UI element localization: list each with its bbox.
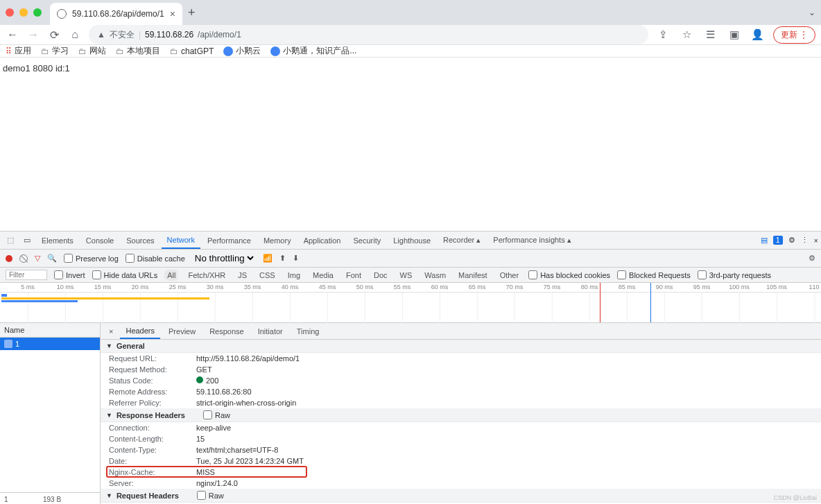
timeline-tick: 75 ms bbox=[544, 284, 561, 290]
raw-checkbox[interactable]: Raw bbox=[197, 491, 224, 500]
tab-timing[interactable]: Timing bbox=[291, 323, 325, 339]
timeline-tick: 65 ms bbox=[469, 284, 486, 290]
request-row[interactable]: 1 bbox=[0, 338, 100, 350]
close-devtools-icon[interactable]: × bbox=[814, 236, 818, 245]
share-icon[interactable]: ⇪ bbox=[655, 28, 672, 41]
forward-button[interactable]: → bbox=[26, 28, 40, 41]
export-icon[interactable]: ⬇ bbox=[293, 254, 299, 263]
back-button[interactable]: ← bbox=[6, 28, 19, 41]
general-section-header[interactable]: ▼General bbox=[101, 340, 821, 353]
clear-button[interactable] bbox=[19, 254, 28, 263]
has-blocked-cookies-checkbox[interactable]: Has blocked cookies bbox=[528, 270, 610, 279]
disable-cache-checkbox[interactable]: Disable cache bbox=[126, 254, 185, 263]
filter-input[interactable] bbox=[6, 270, 47, 280]
filter-manifest[interactable]: Manifest bbox=[456, 270, 490, 281]
tab-application[interactable]: Application bbox=[298, 232, 347, 249]
home-button[interactable]: ⌂ bbox=[68, 28, 82, 41]
panel-icon[interactable]: ▣ bbox=[726, 28, 743, 41]
update-button[interactable]: 更新 ⋮ bbox=[773, 26, 815, 44]
response-headers-section[interactable]: ▼Response HeadersRaw bbox=[101, 408, 821, 422]
tab-sources[interactable]: Sources bbox=[121, 232, 159, 249]
filter-ws[interactable]: WS bbox=[397, 270, 415, 281]
timeline-tick: 20 ms bbox=[132, 284, 149, 290]
reload-button[interactable]: ⟳ bbox=[47, 28, 61, 42]
apps-button[interactable]: ⠿应用 bbox=[6, 45, 31, 57]
blocked-requests-checkbox[interactable]: Blocked Requests bbox=[617, 270, 691, 279]
tab-preview[interactable]: Preview bbox=[163, 323, 201, 339]
tab-memory[interactable]: Memory bbox=[258, 232, 297, 249]
filter-media[interactable]: Media bbox=[310, 270, 336, 281]
name-column-header[interactable]: Name bbox=[0, 323, 100, 338]
filter-all[interactable]: All bbox=[164, 270, 178, 281]
filter-wasm[interactable]: Wasm bbox=[422, 270, 449, 281]
tab-security[interactable]: Security bbox=[347, 232, 386, 249]
tab-elements[interactable]: Elements bbox=[36, 232, 79, 249]
status-bar: 1 requests 193 B transferred bbox=[0, 492, 100, 504]
raw-checkbox[interactable]: Raw bbox=[203, 410, 230, 419]
third-party-checkbox[interactable]: 3rd-party requests bbox=[698, 270, 771, 279]
bookmark-link[interactable]: 小鹅通，知识产品... bbox=[270, 45, 356, 57]
search-icon[interactable]: 🔍 bbox=[47, 254, 57, 263]
timeline-tick: 45 ms bbox=[319, 284, 336, 290]
close-window[interactable] bbox=[6, 8, 14, 17]
hide-data-urls-checkbox[interactable]: Hide data URLs bbox=[92, 270, 158, 279]
filter-other[interactable]: Other bbox=[497, 270, 522, 281]
maximize-window[interactable] bbox=[33, 8, 42, 17]
tab-initiator[interactable]: Initiator bbox=[252, 323, 288, 339]
settings-icon[interactable]: ⚙ bbox=[788, 236, 795, 245]
filter-js[interactable]: JS bbox=[235, 270, 250, 281]
bookmark-folder[interactable]: 🗀chatGPT bbox=[170, 46, 214, 56]
new-tab-button[interactable]: + bbox=[188, 6, 196, 20]
filter-toggle-icon[interactable]: ▽ bbox=[35, 254, 40, 263]
tab-perf-insights[interactable]: Performance insights ▴ bbox=[487, 232, 576, 249]
tab-response[interactable]: Response bbox=[204, 323, 250, 339]
tab-console[interactable]: Console bbox=[80, 232, 119, 249]
value: strict-origin-when-cross-origin bbox=[196, 399, 296, 407]
network-conditions-icon[interactable]: 📶 bbox=[263, 254, 273, 263]
star-icon[interactable]: ☆ bbox=[679, 28, 695, 41]
preserve-log-checkbox[interactable]: Preserve log bbox=[64, 254, 119, 263]
more-icon[interactable]: ⋮ bbox=[801, 236, 809, 245]
network-settings-icon[interactable]: ⚙ bbox=[809, 254, 815, 263]
invert-checkbox[interactable]: Invert bbox=[54, 270, 85, 279]
issues-icon[interactable]: ▤ bbox=[761, 236, 768, 245]
filter-doc[interactable]: Doc bbox=[371, 270, 390, 281]
value: http://59.110.68.26/api/demo/1 bbox=[196, 354, 300, 363]
tab-strip: 59.110.68.26/api/demo/1 × + ⌄ bbox=[0, 0, 821, 25]
filter-img[interactable]: Img bbox=[285, 270, 303, 281]
value: MISS bbox=[196, 468, 215, 476]
tab-lighthouse[interactable]: Lighthouse bbox=[388, 232, 436, 249]
minimize-window[interactable] bbox=[19, 8, 28, 17]
tab-performance[interactable]: Performance bbox=[202, 232, 257, 249]
tabs-chevron-icon[interactable]: ⌄ bbox=[809, 8, 815, 17]
waterfall-timeline[interactable]: 5 ms10 ms15 ms20 ms25 ms30 ms35 ms40 ms4… bbox=[0, 283, 821, 323]
record-button[interactable] bbox=[6, 255, 12, 262]
close-detail-icon[interactable]: × bbox=[105, 327, 117, 336]
status-dot-icon bbox=[196, 376, 203, 383]
device-icon[interactable]: ▭ bbox=[19, 236, 35, 245]
timeline-tick: 50 ms bbox=[356, 284, 374, 290]
import-icon[interactable]: ⬆ bbox=[279, 254, 286, 263]
close-tab-icon[interactable]: × bbox=[170, 8, 175, 19]
window-controls[interactable] bbox=[6, 8, 42, 17]
throttling-select[interactable]: No throttling bbox=[192, 252, 256, 264]
request-headers-section[interactable]: ▼Request HeadersRaw bbox=[101, 489, 821, 503]
bookmark-folder[interactable]: 🗀网站 bbox=[78, 45, 106, 57]
filter-font[interactable]: Font bbox=[343, 270, 364, 281]
filter-fetch[interactable]: Fetch/XHR bbox=[185, 270, 228, 281]
tab-network[interactable]: Network bbox=[162, 232, 200, 249]
label: Content-Length: bbox=[109, 435, 196, 443]
tab-recorder[interactable]: Recorder ▴ bbox=[438, 232, 486, 249]
inspect-icon[interactable]: ⬚ bbox=[3, 236, 18, 245]
devtools-panel: ⬚ ▭ Elements Console Sources Network Per… bbox=[0, 231, 821, 504]
filter-css[interactable]: CSS bbox=[257, 270, 278, 281]
profile-icon[interactable]: 👤 bbox=[750, 28, 766, 41]
address-bar[interactable]: ▲ 不安全 | 59.110.68.26/api/demo/1 bbox=[89, 25, 648, 44]
bookmark-folder[interactable]: 🗀本地项目 bbox=[116, 45, 160, 57]
tab-headers[interactable]: Headers bbox=[120, 323, 160, 339]
request-list: Name 1 1 requests 193 B transferred bbox=[0, 323, 101, 504]
reading-list-icon[interactable]: ☰ bbox=[702, 28, 719, 41]
browser-tab[interactable]: 59.110.68.26/api/demo/1 × bbox=[50, 3, 182, 25]
bookmark-folder[interactable]: 🗀学习 bbox=[41, 45, 69, 57]
bookmark-link[interactable]: 小鹅云 bbox=[223, 45, 261, 57]
